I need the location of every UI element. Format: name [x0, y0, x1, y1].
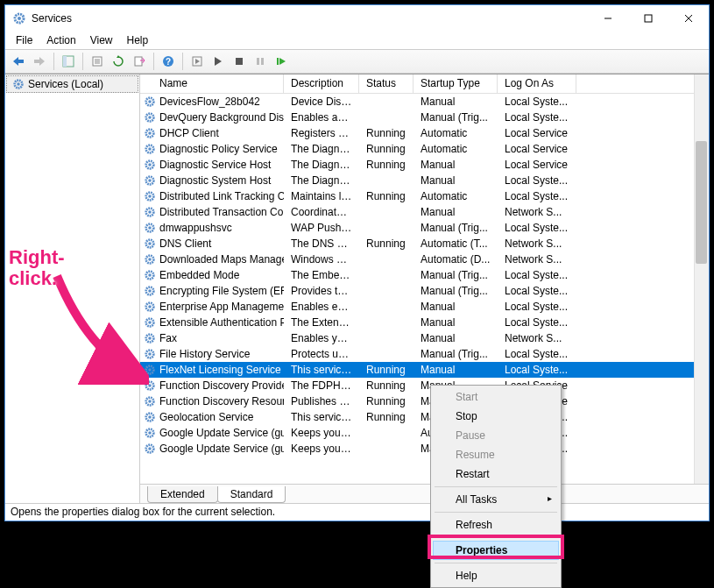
svg-point-67	[148, 431, 152, 435]
service-description: Keeps your ...	[284, 443, 359, 455]
service-row[interactable]: Encrypting File System (EFS)Provides th.…	[140, 283, 694, 299]
header-log-on-as[interactable]: Log On As	[498, 74, 576, 93]
cm-properties[interactable]: Properties	[433, 541, 559, 560]
service-description: Publishes th...	[284, 395, 359, 407]
cm-all-tasks[interactable]: All Tasks	[433, 490, 559, 509]
start-play-button[interactable]	[209, 52, 228, 71]
service-row[interactable]: Downloaded Maps ManagerWindows se...Auto…	[140, 251, 694, 267]
service-row[interactable]: Diagnostic Service HostThe Diagno...Runn…	[140, 157, 694, 173]
service-row[interactable]: dmwappushsvcWAP Push ...Manual (Trig...L…	[140, 220, 694, 236]
service-row[interactable]: File History ServiceProtects use...Manua…	[140, 346, 694, 362]
service-row[interactable]: Function Discovery Resourc...Publishes t…	[140, 393, 694, 409]
menu-view[interactable]: View	[83, 32, 120, 48]
service-startup-type: Manual (Trig...	[414, 285, 498, 297]
service-row[interactable]: Distributed Transaction Coo...Coordinate…	[140, 204, 694, 220]
cm-refresh[interactable]: Refresh	[433, 515, 559, 535]
service-logon-as: Local Syste...	[498, 190, 576, 202]
svg-point-65	[148, 415, 152, 419]
service-row[interactable]: Distributed Link Tracking Cl...Maintains…	[140, 188, 694, 204]
menu-file[interactable]: File	[9, 32, 39, 48]
service-logon-as: Local Syste...	[498, 111, 576, 124]
scrollbar-vertical[interactable]	[694, 74, 709, 484]
cm-help[interactable]: Help	[433, 566, 559, 585]
tab-standard[interactable]: Standard	[217, 486, 286, 503]
service-row[interactable]: Diagnostic System HostThe Diagno...Manua…	[140, 173, 694, 188]
service-row[interactable]: Embedded ModeThe Embed...Manual (Trig...…	[140, 267, 694, 283]
header-startup-type[interactable]: Startup Type	[414, 74, 498, 93]
properties-button[interactable]	[88, 52, 107, 71]
svg-rect-18	[236, 58, 243, 65]
cm-restart[interactable]: Restart	[433, 464, 559, 484]
service-name-cell: Embedded Mode	[140, 269, 284, 281]
service-row[interactable]: DevQuery Background Disc...Enables app..…	[140, 110, 694, 125]
service-row[interactable]: Google Update Service (gup...Keeps your …	[140, 441, 694, 457]
header-description[interactable]: Description	[284, 74, 359, 93]
service-name: Encrypting File System (EFS)	[159, 285, 284, 297]
service-row[interactable]: DNS ClientThe DNS Cli...RunningAutomatic…	[140, 236, 694, 251]
service-row[interactable]: Diagnostic Policy ServiceThe Diagno...Ru…	[140, 141, 694, 157]
service-row[interactable]: Extensible Authentication P...The Extens…	[140, 315, 694, 330]
svg-point-51	[148, 305, 152, 308]
tree-root-services-local[interactable]: Services (Local)	[6, 75, 138, 93]
service-logon-as: Local Syste...	[498, 269, 576, 281]
refresh-button[interactable]	[109, 52, 128, 71]
service-rows: DevicesFlow_28b042Device Disc...ManualLo…	[140, 94, 694, 457]
back-button[interactable]	[9, 52, 28, 71]
service-name: Function Discovery Resourc...	[159, 395, 284, 407]
help-button[interactable]: ?	[159, 52, 178, 71]
svg-rect-14	[135, 57, 142, 66]
cm-stop[interactable]: Stop	[433, 407, 559, 426]
scrollbar-thumb[interactable]	[696, 141, 707, 264]
maximize-button[interactable]	[628, 5, 668, 32]
service-description: This service ...	[284, 364, 359, 376]
menu-action[interactable]: Action	[39, 32, 82, 48]
service-row[interactable]: FaxEnables you...ManualNetwork S...	[140, 330, 694, 346]
service-logon-as: Network S...	[498, 332, 576, 344]
service-name: DevicesFlow_28b042	[159, 96, 260, 108]
service-name: Embedded Mode	[159, 269, 239, 281]
service-status: Running	[359, 395, 414, 407]
svg-point-47	[148, 273, 152, 277]
service-row[interactable]: Enterprise App Managemen...Enables ent..…	[140, 299, 694, 315]
service-name: Google Update Service (gup...	[159, 443, 284, 455]
export-button[interactable]	[130, 52, 149, 71]
start-service-toolbar-button[interactable]	[187, 52, 207, 71]
menu-help[interactable]: Help	[120, 32, 156, 48]
cm-start[interactable]: Start	[433, 387, 559, 407]
service-status: Running	[359, 190, 414, 202]
close-button[interactable]	[668, 5, 709, 32]
service-row[interactable]: Google Update Service (gup...Keeps your …	[140, 425, 694, 441]
svg-point-31	[148, 147, 152, 151]
svg-point-35	[148, 179, 152, 182]
show-hide-tree-button[interactable]	[59, 52, 78, 71]
service-row[interactable]: Function Discovery Provide...The FDPHO..…	[140, 378, 694, 393]
service-logon-as: Local Service	[498, 127, 576, 139]
header-status[interactable]: Status	[359, 74, 414, 93]
service-row[interactable]: FlexNet Licensing Service 64This service…	[140, 362, 694, 378]
forward-button[interactable]	[30, 52, 49, 71]
service-row[interactable]: Geolocation ServiceThis service ...Runni…	[140, 409, 694, 425]
service-name-cell: Downloaded Maps Manager	[140, 253, 284, 266]
pause-button[interactable]	[251, 52, 270, 71]
service-row[interactable]: DHCP ClientRegisters an...RunningAutomat…	[140, 125, 694, 141]
svg-point-69	[148, 447, 152, 450]
service-logon-as: Local Syste...	[498, 364, 576, 376]
service-description: The Extensi...	[284, 316, 359, 329]
service-logon-as: Local Syste...	[498, 348, 576, 360]
service-name-cell: Google Update Service (gup...	[140, 427, 284, 439]
svg-point-23	[17, 82, 20, 86]
cm-pause[interactable]: Pause	[433, 426, 559, 445]
service-description: Enables you...	[284, 332, 359, 344]
tab-extended[interactable]: Extended	[147, 486, 218, 503]
cm-resume[interactable]: Resume	[433, 445, 559, 464]
minimize-button[interactable]	[588, 5, 628, 32]
service-name-cell: DHCP Client	[140, 127, 284, 139]
header-name[interactable]: Name	[140, 74, 284, 93]
service-name-cell: Diagnostic Service Host	[140, 159, 284, 171]
annotation-line1: Right-	[9, 246, 65, 268]
restart-button[interactable]	[272, 52, 291, 71]
list-content: Name Description Status Startup Type Log…	[140, 74, 709, 484]
stop-button[interactable]	[230, 52, 249, 71]
service-row[interactable]: DevicesFlow_28b042Device Disc...ManualLo…	[140, 94, 694, 110]
svg-point-49	[148, 289, 152, 293]
